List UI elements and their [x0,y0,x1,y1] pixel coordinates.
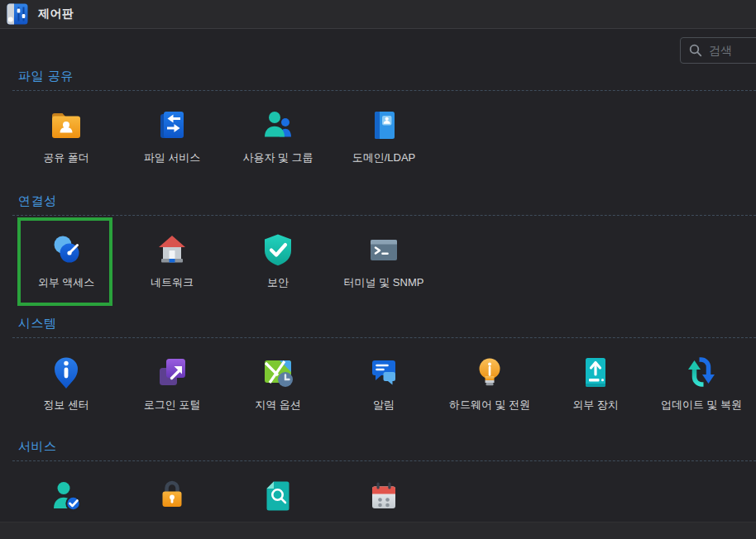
section-connectivity: 연결성 외부 액세스 네트워크 [0,193,756,293]
search-icon [689,44,702,57]
cp-item-file-services[interactable]: 파일 서비스 [119,105,225,168]
item-label: 보안 [267,276,289,289]
item-label: 업데이트 및 복원 [661,398,742,412]
shared-folder-icon [46,105,86,145]
item-label: 도메인/LDAP [352,151,416,165]
info-center-icon [46,352,86,392]
cp-item-external-access[interactable]: 외부 액세스 [13,230,119,293]
cp-item-notification[interactable]: 알림 [331,352,437,415]
terminal-snmp-icon [364,230,404,270]
hardware-power-icon [470,352,510,392]
item-label: 사용자 및 그룹 [242,151,313,165]
user-group-icon [258,105,298,145]
regional-options-icon [258,352,298,392]
control-panel-app-icon [7,3,28,25]
section-divider [12,215,756,216]
item-label: 네트워크 [151,276,194,289]
section-heading: 파일 공유 [18,69,756,83]
synology-account-icon [46,475,86,515]
cp-item-external-device[interactable]: 외부 장치 [543,352,648,415]
item-label: 공유 폴더 [43,151,89,165]
section-heading: 연결성 [18,193,756,208]
external-access-icon [46,230,86,270]
index-service-icon [258,475,298,515]
cp-item-info-center[interactable]: 정보 센터 [13,352,119,415]
task-scheduler-icon [364,475,404,515]
cp-item-security[interactable]: 보안 [225,230,331,293]
login-portal-icon [152,352,192,392]
item-label: 외부 장치 [572,398,619,412]
section-system: 시스템 정보 센터 로그인 포털 [0,316,756,415]
item-label: 파일 서비스 [144,151,201,165]
item-label: 알림 [373,398,395,412]
cp-item-terminal-snmp[interactable]: 터미널 및 SNMP [331,230,437,293]
cp-item-user-group[interactable]: 사용자 및 그룹 [225,105,331,168]
security-icon [258,230,298,270]
item-label: 지역 옵션 [255,398,301,412]
item-label: 터미널 및 SNMP [344,276,424,289]
page-title: 제어판 [38,7,74,21]
item-label: 정보 센터 [43,398,89,412]
item-label: 로그인 포털 [144,398,201,412]
item-label: 외부 액세스 [38,276,95,289]
titlebar: 제어판 [0,0,756,29]
network-icon [152,230,192,270]
search-box[interactable] [680,37,756,64]
cp-item-domain-ldap[interactable]: 도메인/LDAP [331,105,437,168]
cp-item-regional-options[interactable]: 지역 옵션 [225,352,331,415]
notification-icon [364,352,404,392]
domain-ldap-icon [364,105,404,145]
section-divider [12,90,756,91]
cp-item-login-portal[interactable]: 로그인 포털 [119,352,225,415]
section-divider [12,460,756,461]
section-file-sharing: 파일 공유 공유 폴더 [0,69,756,168]
update-restore-icon [682,352,721,392]
window-footer [0,522,756,539]
cp-item-network[interactable]: 네트워크 [119,230,225,293]
section-heading: 시스템 [18,316,756,331]
cp-item-update-restore[interactable]: 업데이트 및 복원 [648,352,754,415]
search-input[interactable] [709,44,756,57]
app-privileges-icon [152,475,192,515]
section-divider [12,337,756,338]
cp-item-shared-folder[interactable]: 공유 폴더 [13,105,119,168]
file-services-icon [152,105,192,145]
cp-item-hardware-power[interactable]: 하드웨어 및 전원 [437,352,543,415]
section-heading: 서비스 [18,439,756,454]
item-label: 하드웨어 및 전원 [449,398,530,412]
external-device-icon [576,352,615,392]
